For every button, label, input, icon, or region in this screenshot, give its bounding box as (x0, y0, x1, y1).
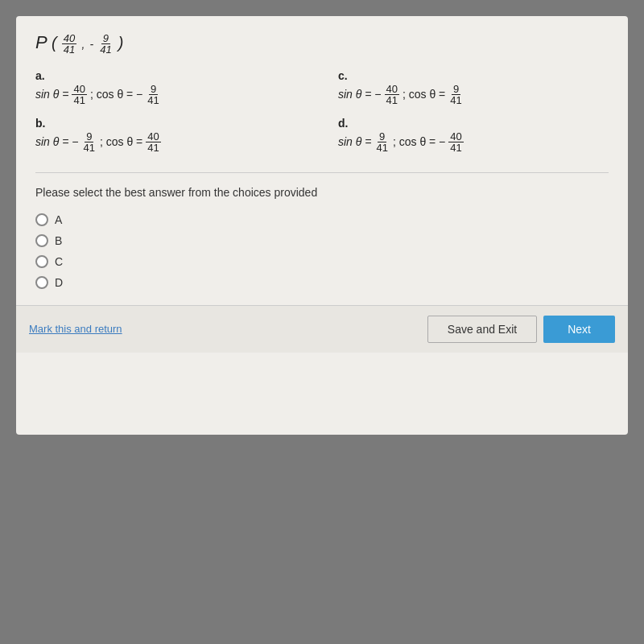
radio-option-d[interactable]: D (35, 276, 609, 289)
radio-option-c[interactable]: C (35, 255, 609, 268)
coord-x-den: 41 (62, 44, 76, 55)
radio-option-a[interactable]: A (35, 213, 609, 226)
question-card: P ( 40 41 , - 9 41 ) a. sin θ = 40 41 ; … (16, 16, 628, 435)
point-header: P ( 40 41 , - 9 41 ) (35, 32, 609, 55)
footer-buttons: Save and Exit Next (427, 316, 615, 343)
footer-bar: Mark this and return Save and Exit Next (16, 305, 628, 353)
divider (35, 172, 609, 173)
coord-x-num: 40 (62, 33, 76, 44)
choice-c-label: c. (338, 69, 609, 82)
choice-a: a. sin θ = 40 41 ; cos θ = − 9 41 (35, 69, 306, 105)
coord-y-sign: - (89, 38, 93, 51)
next-button[interactable]: Next (543, 316, 615, 343)
radio-circle-b[interactable] (35, 234, 48, 247)
choice-d: d. sin θ = 9 41 ; cos θ = − 40 41 (338, 117, 609, 153)
radio-label-d: D (55, 276, 63, 289)
choice-b-math: sin θ = − 9 41 ; cos θ = 40 41 (35, 131, 306, 153)
choice-b-label: b. (35, 117, 306, 130)
choice-c-math: sin θ = − 40 41 ; cos θ = 9 41 (338, 84, 609, 105)
choice-d-math: sin θ = 9 41 ; cos θ = − 40 41 (338, 131, 609, 153)
instruction-text: Please select the best answer from the c… (35, 186, 609, 199)
radio-label-c: C (55, 255, 63, 268)
save-exit-button[interactable]: Save and Exit (427, 316, 537, 343)
radio-option-b[interactable]: B (35, 234, 609, 247)
choice-b: b. sin θ = − 9 41 ; cos θ = 40 41 (35, 117, 306, 153)
choice-c: c. sin θ = − 40 41 ; cos θ = 9 41 (338, 69, 609, 105)
radio-label-b: B (55, 234, 62, 247)
radio-circle-c[interactable] (35, 255, 48, 268)
choice-d-label: d. (338, 117, 609, 130)
coord-y-frac: 9 41 (98, 33, 113, 55)
coord-y-den: 41 (98, 44, 113, 55)
radio-label-a: A (55, 213, 62, 226)
radio-options: A B C D (35, 213, 609, 289)
radio-circle-d[interactable] (35, 276, 48, 289)
coord-x-frac: 40 41 (62, 33, 76, 55)
choices-grid: a. sin θ = 40 41 ; cos θ = − 9 41 c. sin… (35, 69, 609, 153)
choice-a-label: a. (35, 69, 306, 82)
choice-a-math: sin θ = 40 41 ; cos θ = − 9 41 (35, 84, 306, 105)
mark-return-button[interactable]: Mark this and return (29, 323, 122, 335)
coord-y-num: 9 (101, 33, 110, 44)
radio-circle-a[interactable] (35, 213, 48, 226)
